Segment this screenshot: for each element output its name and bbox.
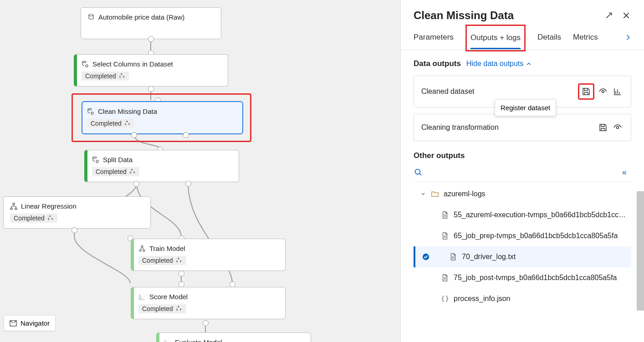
scrollbar[interactable]	[637, 191, 644, 311]
file-label: 55_azureml-execution-tvmps_b0a66d1bcb5dc…	[454, 211, 629, 219]
port[interactable]	[131, 132, 137, 138]
svg-point-11	[139, 250, 141, 251]
svg-point-4	[91, 112, 93, 114]
search-icon[interactable]	[414, 168, 423, 177]
output-cleaning-transformation: Cleaning transformation	[414, 114, 631, 141]
save-icon[interactable]	[597, 122, 609, 133]
expand-icon[interactable]	[604, 10, 614, 20]
node-score-model[interactable]: Score Model Completed	[131, 287, 286, 319]
highlight-outputs-tab: Outputs + logs	[465, 25, 526, 51]
file-label: 75_job_post-tvmps_b0a66d1bcb5dcb1cca805a…	[454, 274, 617, 282]
port[interactable]	[183, 132, 189, 138]
navigator-label: Navigator	[20, 319, 50, 327]
panel-title: Clean Missing Data	[414, 9, 514, 22]
node-title-text: Automobile price data (Raw)	[98, 13, 184, 21]
port[interactable]	[179, 271, 184, 276]
flow-icon	[10, 203, 17, 210]
tree-folder-azureml-logs[interactable]: azureml-logs	[414, 184, 631, 204]
tree-file-65[interactable]: 65_job_prep-tvmps_b0a66d1bcb5dcb1cca805a…	[414, 225, 631, 246]
svg-point-6	[96, 160, 98, 163]
tabs-scroll-right[interactable]	[625, 33, 631, 43]
tree-file-75[interactable]: 75_job_post-tvmps_b0a66d1bcb5dcb1cca805a…	[414, 267, 631, 288]
status-text: Completed	[14, 214, 45, 222]
data-outputs-label: Data outputs	[414, 59, 461, 68]
tab-outputs-logs[interactable]: Outputs + logs	[470, 28, 521, 49]
node-title-text: Clean Missing Data	[98, 107, 157, 115]
status-badge: Completed	[138, 256, 186, 265]
port[interactable]	[203, 320, 209, 326]
node-select-columns[interactable]: Select Columns in Dataset Completed	[74, 54, 228, 87]
save-icon[interactable]	[580, 86, 592, 97]
tree-file-process-info[interactable]: process_info.json	[414, 288, 631, 309]
recycle-icon	[176, 306, 182, 312]
highlight-save-icon	[578, 83, 594, 100]
port[interactable]	[148, 86, 154, 92]
tab-parameters[interactable]: Parameters	[414, 27, 454, 49]
node-clean-missing-data[interactable]: Clean Missing Data Completed	[82, 101, 243, 134]
svg-rect-8	[10, 208, 12, 209]
recycle-icon	[47, 215, 54, 221]
tree-file-55[interactable]: 55_azureml-execution-tvmps_b0a66d1bcb5dc…	[414, 204, 631, 225]
json-icon	[441, 295, 449, 303]
hide-label-text: Hide data outputs	[466, 60, 523, 68]
tab-metrics[interactable]: Metrics	[573, 27, 598, 49]
svg-point-16	[415, 169, 420, 174]
panel-header: Clean Missing Data	[401, 0, 644, 26]
search-row: «	[414, 166, 631, 182]
svg-point-14	[602, 91, 604, 93]
port[interactable]	[185, 181, 191, 187]
tab-details[interactable]: Details	[537, 27, 561, 49]
recycle-icon	[119, 73, 125, 79]
status-badge: Completed	[82, 71, 129, 81]
tree-file-70[interactable]: 70_driver_log.txt	[414, 246, 631, 267]
node-title-text: Linear Regression	[21, 202, 77, 210]
status-badge: Completed	[92, 167, 139, 176]
tooltip-register-dataset: Register dataset	[495, 99, 556, 116]
svg-point-3	[88, 108, 92, 110]
navigator-button[interactable]: Navigator	[4, 315, 56, 331]
status-badge: Completed	[138, 304, 186, 313]
panel-body: Data outputs Hide data outputs Cleaned d…	[401, 50, 644, 342]
node-evaluate-model[interactable]: Evaluate Model	[156, 332, 311, 342]
port[interactable]	[133, 181, 139, 187]
node-linear-regression[interactable]: Linear Regression Completed	[3, 196, 151, 229]
svg-point-15	[617, 127, 619, 129]
dataset-gear-icon	[92, 156, 99, 163]
status-text: Completed	[142, 305, 173, 312]
tabs: Parameters Outputs + logs Details Metric…	[401, 26, 644, 50]
file-label: 70_driver_log.txt	[462, 253, 516, 261]
recycle-icon	[129, 168, 136, 175]
pipeline-canvas[interactable]: .cn{fill:none;stroke:#9a9a9a;stroke-widt…	[0, 0, 400, 342]
details-panel: Clean Missing Data Parameters Outputs + …	[400, 0, 644, 342]
dataset-gear-icon	[82, 61, 89, 68]
node-title-text: Train Model	[149, 245, 185, 252]
collapse-tree-icon[interactable]: «	[622, 168, 631, 177]
file-icon	[441, 232, 449, 240]
svg-point-5	[93, 157, 97, 158]
port[interactable]	[148, 36, 154, 42]
node-automobile-raw[interactable]: Automobile price data (Raw)	[81, 7, 221, 39]
check-circle-icon	[422, 253, 430, 261]
port[interactable]	[72, 227, 77, 233]
svg-point-12	[143, 250, 145, 251]
svg-point-10	[141, 245, 143, 247]
preview-icon[interactable]	[612, 122, 624, 133]
recycle-icon	[176, 257, 182, 264]
node-title-text: Evaluate Model	[175, 338, 222, 342]
output-name: Cleaning transformation	[421, 123, 499, 132]
svg-point-0	[89, 14, 93, 16]
chart-icon	[164, 339, 171, 342]
svg-rect-9	[15, 208, 17, 209]
hide-data-outputs-link[interactable]: Hide data outputs	[466, 60, 532, 68]
database-icon	[87, 14, 95, 21]
file-icon	[441, 274, 449, 282]
node-train-model[interactable]: Train Model Completed	[131, 239, 286, 271]
other-outputs-label: Other outputs	[414, 151, 631, 160]
preview-icon[interactable]	[597, 86, 609, 97]
navigator-icon	[10, 320, 17, 327]
file-tree: azureml-logs 55_azureml-execution-tvmps_…	[414, 184, 631, 309]
close-icon[interactable]	[621, 10, 631, 20]
status-badge: Completed	[10, 214, 57, 223]
visualize-icon[interactable]	[612, 86, 624, 97]
node-split-data[interactable]: Split Data Completed	[84, 150, 239, 182]
